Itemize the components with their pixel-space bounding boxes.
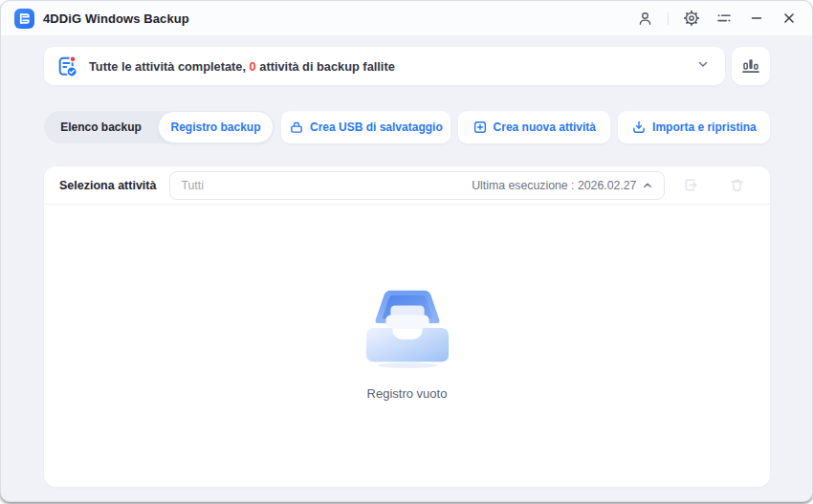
last-run-text: Ultima esecuzione : 2026.02.27 [472,179,636,192]
task-filter-row: Seleziona attività Tutti Ultima esecuzio… [44,166,770,205]
settings-gear-icon[interactable] [682,9,701,28]
select-task-label: Seleziona attività [59,179,156,192]
app-window: 4DDiG Windows Backup [0,0,813,502]
backup-tabs-segment: Elenco backup Registro backup [44,111,274,143]
tab-elenco-backup[interactable]: Elenco backup [44,111,158,143]
import-icon [631,120,647,135]
menu-lines-icon[interactable] [714,9,734,28]
status-text: Tutte le attività completate, 0 attività… [89,59,395,74]
empty-tray-illustration [363,281,452,371]
status-text-prefix: Tutte le attività completate, [89,59,246,74]
task-select-value: Tutti [181,179,203,192]
usb-drive-icon [289,120,304,135]
account-icon[interactable] [635,9,654,28]
statistics-button[interactable] [732,47,770,85]
title-bar: 4DDiG Windows Backup [1,1,812,35]
window-title: 4DDiG Windows Backup [43,11,189,26]
import-restore-label: Importa e ripristina [652,121,757,134]
close-button[interactable] [780,9,799,28]
status-text-suffix: attività di backup fallite [259,59,395,74]
chevron-down-icon[interactable] [696,57,710,75]
failed-count: 0 [250,59,256,74]
create-new-task-label: Crea nuova attività [494,121,596,134]
minimize-button[interactable] [747,9,766,28]
log-panel: Seleziona attività Tutti Ultima esecuzio… [44,166,770,487]
app-logo-icon [14,9,34,29]
empty-state-message: Registro vuoto [367,386,448,401]
create-rescue-usb-button[interactable]: Crea USB di salvataggio [281,111,450,143]
export-log-icon[interactable] [682,177,699,194]
last-run-meta: Ultima esecuzione : 2026.02.27 [472,179,653,192]
delete-log-icon[interactable] [728,177,745,194]
task-report-icon [55,55,79,78]
tab-action-row: Elenco backup Registro backup Crea USB d… [44,111,770,143]
plus-square-icon [472,120,488,135]
bar-chart-icon [740,55,761,77]
create-rescue-usb-label: Crea USB di salvataggio [310,121,443,134]
import-restore-button[interactable]: Importa e ripristina [618,111,770,143]
task-select-dropdown[interactable]: Tutti Ultima esecuzione : 2026.02.27 [169,171,665,200]
status-banner[interactable]: Tutte le attività completate, 0 attività… [44,47,725,85]
chevron-up-icon [642,180,653,191]
create-new-task-button[interactable]: Crea nuova attività [458,111,610,143]
titlebar-divider [668,12,669,25]
empty-state: Registro vuoto [44,205,770,487]
tab-registro-backup[interactable]: Registro backup [158,111,274,143]
